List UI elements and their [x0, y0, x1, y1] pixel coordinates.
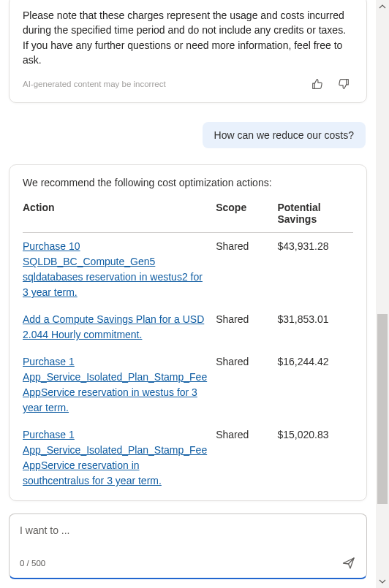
input-bottom-row: 0 / 500 — [20, 556, 356, 570]
scrollbar[interactable] — [376, 0, 389, 588]
user-message-row: How can we reduce our costs? — [10, 122, 366, 148]
table-row: Purchase 10 SQLDB_BC_Compute_Gen5 sqldat… — [23, 233, 353, 307]
ai-disclaimer: AI-generated content may be incorrect — [23, 80, 166, 88]
scope-cell: Shared — [216, 421, 277, 495]
scroll-down-button[interactable] — [376, 575, 389, 588]
recommendations-table: Action Scope Potential Savings Purchase … — [23, 199, 353, 495]
assistant-message-text: Please note that these charges represent… — [23, 8, 353, 67]
recommendation-link[interactable]: Purchase 1 App_Service_Isolated_Plan_Sta… — [23, 429, 207, 486]
chat-input-area[interactable]: I want to ... 0 / 500 — [9, 513, 367, 579]
feedback-buttons — [311, 77, 353, 91]
chat-input-placeholder: I want to ... — [20, 524, 356, 536]
scope-cell: Shared — [216, 306, 277, 348]
assistant-footer-row: AI-generated content may be incorrect — [23, 77, 353, 91]
table-row: Add a Compute Savings Plan for a USD 2.0… — [23, 306, 353, 348]
savings-cell: $16,244.42 — [277, 348, 353, 421]
savings-cell: $43,931.28 — [277, 233, 353, 307]
recommendations-intro: We recommend the following cost optimiza… — [23, 177, 353, 188]
char-counter: 0 / 500 — [20, 559, 45, 568]
recommendation-link[interactable]: Purchase 10 SQLDB_BC_Compute_Gen5 sqldat… — [23, 240, 203, 298]
recommendation-link[interactable]: Add a Compute Savings Plan for a USD 2.0… — [23, 313, 204, 340]
recommendations-card: We recommend the following cost optimiza… — [9, 164, 367, 501]
thumbs-down-icon[interactable] — [337, 77, 350, 91]
savings-cell: $31,853.01 — [277, 306, 353, 348]
table-row: Purchase 1 App_Service_Isolated_Plan_Sta… — [23, 348, 353, 421]
scroll-thumb[interactable] — [377, 314, 388, 504]
col-header-scope: Scope — [216, 199, 277, 233]
thumbs-up-icon[interactable] — [311, 77, 324, 91]
savings-cell: $15,020.83 — [277, 421, 353, 495]
table-row: Purchase 1 App_Service_Isolated_Plan_Sta… — [23, 421, 353, 495]
scroll-up-button[interactable] — [376, 0, 389, 13]
scope-cell: Shared — [216, 348, 277, 421]
recommendation-link[interactable]: Purchase 1 App_Service_Isolated_Plan_Sta… — [23, 356, 207, 413]
col-header-savings: Potential Savings — [277, 199, 353, 233]
send-button[interactable] — [341, 556, 356, 570]
col-header-action: Action — [23, 199, 216, 233]
scope-cell: Shared — [216, 233, 277, 307]
user-message-bubble: How can we reduce our costs? — [203, 122, 366, 148]
chat-viewport: Please note that these charges represent… — [0, 0, 376, 504]
assistant-message-card: Please note that these charges represent… — [9, 0, 367, 103]
